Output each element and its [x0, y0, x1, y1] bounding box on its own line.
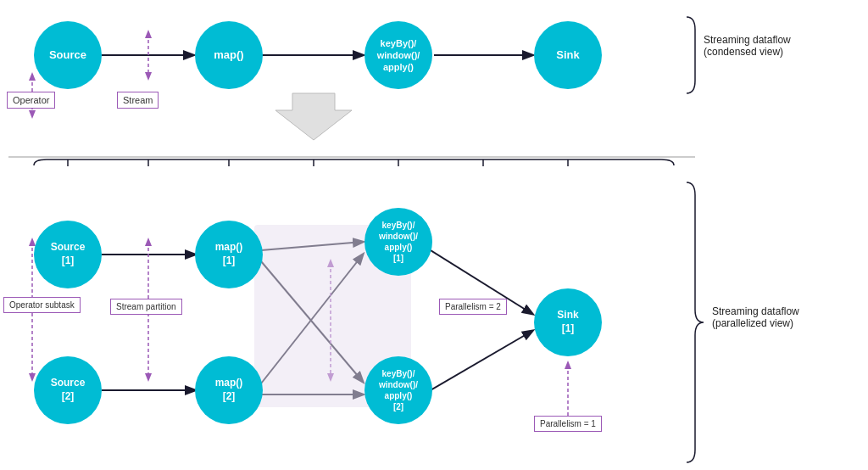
top-sink-node: Sink [534, 21, 602, 89]
operator-subtask-label: Operator subtask [3, 297, 81, 313]
svg-line-20 [261, 242, 363, 250]
svg-marker-4 [145, 30, 152, 38]
bot-keyby2-node: keyBy()/window()/apply()[2] [364, 356, 432, 424]
parallelism2-label: Parallelism = 2 [439, 299, 507, 315]
bot-map2-node: map()[2] [195, 356, 263, 424]
svg-marker-33 [327, 259, 334, 267]
parallelism1-label: Parallelism = 1 [534, 416, 602, 432]
bot-source1-node: Source[1] [34, 221, 102, 288]
svg-marker-28 [145, 373, 152, 382]
svg-line-22 [261, 255, 363, 383]
svg-marker-27 [145, 238, 152, 246]
bot-source2-node: Source[2] [34, 356, 102, 424]
svg-line-25 [431, 331, 532, 390]
stream-label: Stream [117, 92, 159, 109]
svg-marker-36 [565, 361, 571, 369]
svg-marker-9 [275, 93, 352, 140]
svg-line-21 [261, 261, 363, 382]
diagram-container: Source map() keyBy()/window()/apply() Si… [0, 0, 868, 470]
top-map-node: map() [195, 21, 263, 89]
svg-marker-7 [29, 110, 36, 119]
svg-marker-5 [145, 72, 152, 81]
bot-map1-node: map()[1] [195, 221, 263, 288]
top-keyby-node: keyBy()/window()/apply() [364, 21, 432, 89]
svg-marker-34 [327, 373, 334, 382]
svg-marker-8 [29, 72, 36, 81]
parallelized-label: Streaming dataflow(parallelized view) [712, 305, 831, 329]
stream-partition-label: Stream partition [110, 299, 182, 315]
bot-sink-node: Sink[1] [534, 288, 602, 356]
top-source-node: Source [34, 21, 102, 89]
bot-keyby1-node: keyBy()/window()/apply()[1] [364, 208, 432, 276]
operator-label: Operator [7, 92, 55, 109]
arrows-svg [0, 0, 868, 470]
condensed-label: Streaming dataflow(condensed view) [704, 34, 814, 58]
